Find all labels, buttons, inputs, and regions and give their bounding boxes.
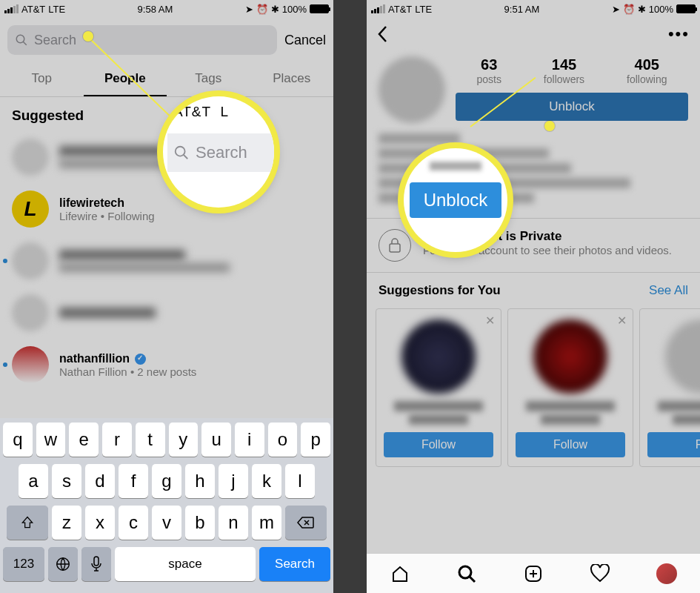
svg-point-4 <box>176 147 185 156</box>
search-key[interactable]: Search <box>259 547 330 581</box>
key[interactable]: h <box>185 464 215 498</box>
key[interactable]: v <box>152 506 181 540</box>
key[interactable]: c <box>119 506 148 540</box>
activity-heart-icon[interactable] <box>590 563 610 584</box>
battery-percent: 100% <box>282 4 307 15</box>
space-key[interactable]: space <box>115 547 256 581</box>
user-sub: Nathan Fillion • 2 new posts <box>59 365 196 378</box>
key[interactable]: w <box>36 423 66 457</box>
tab-tags[interactable]: Tags <box>167 62 250 96</box>
key[interactable]: k <box>252 464 281 498</box>
bottom-tab-bar <box>367 553 700 593</box>
key[interactable]: d <box>85 464 115 498</box>
new-indicator-dot <box>3 362 7 367</box>
profile-avatar[interactable] <box>379 56 445 123</box>
key[interactable]: b <box>185 506 215 540</box>
svg-line-8 <box>470 577 475 582</box>
avatar <box>12 346 49 383</box>
home-icon[interactable] <box>390 563 410 584</box>
numbers-key[interactable]: 123 <box>3 547 44 581</box>
key[interactable]: p <box>301 423 330 457</box>
key[interactable]: g <box>152 464 181 498</box>
carrier-label: AT&T <box>21 4 45 15</box>
key[interactable]: m <box>252 506 281 540</box>
battery-percent: 100% <box>649 4 673 15</box>
carrier-label: AT&T <box>388 4 412 15</box>
key[interactable]: t <box>136 423 165 457</box>
profile-tab-avatar[interactable] <box>656 563 677 584</box>
network-label: LTE <box>48 4 65 15</box>
suggestions-title: Suggestions for You <box>379 283 501 298</box>
key[interactable]: o <box>268 423 298 457</box>
key[interactable]: n <box>219 506 248 540</box>
callout-search-magnifier: AT&T L Search <box>163 96 274 208</box>
verified-badge-icon <box>135 354 146 365</box>
location-icon: ➤ <box>612 4 620 15</box>
key[interactable]: x <box>85 506 115 540</box>
suggestion-sub-blurred <box>541 414 600 425</box>
close-icon[interactable]: ✕ <box>485 314 495 328</box>
suggestion-card[interactable]: ✕ Fo <box>639 308 700 467</box>
stat-posts[interactable]: 63posts <box>476 56 501 85</box>
key[interactable]: r <box>102 423 132 457</box>
stat-following[interactable]: 405following <box>627 56 667 85</box>
search-icon <box>15 33 28 47</box>
back-button[interactable] <box>377 25 387 43</box>
suggestion-sub-blurred <box>673 414 700 425</box>
svg-point-0 <box>16 35 24 43</box>
follow-button[interactable]: Fo <box>647 432 700 457</box>
key[interactable]: s <box>52 464 81 498</box>
search-icon[interactable] <box>456 563 477 584</box>
tab-people[interactable]: People <box>84 62 167 96</box>
username: nathanfillion <box>59 352 130 365</box>
status-bar: AT&T LTE 9:58 AM ➤ ⏰ ✱ 100% <box>0 0 333 18</box>
phone-gap <box>333 0 367 593</box>
stat-followers[interactable]: 145followers <box>544 56 584 85</box>
key[interactable]: f <box>119 464 148 498</box>
search-placeholder: Search <box>34 33 76 48</box>
search-input[interactable]: Search <box>7 25 277 55</box>
tab-top[interactable]: Top <box>0 62 84 96</box>
status-bar: AT&T LTE 9:51 AM ➤ ⏰ ✱ 100% <box>367 0 700 18</box>
key[interactable]: l <box>285 464 315 498</box>
lock-icon <box>379 229 411 262</box>
key[interactable]: y <box>169 423 199 457</box>
add-post-icon[interactable] <box>523 563 544 584</box>
tab-places[interactable]: Places <box>250 62 334 96</box>
shift-key[interactable] <box>7 506 48 540</box>
see-all-button[interactable]: See All <box>649 283 688 298</box>
list-item[interactable] <box>0 235 333 287</box>
bluetooth-icon: ✱ <box>638 4 646 15</box>
globe-key[interactable] <box>48 547 78 581</box>
svg-line-1 <box>23 42 27 45</box>
list-item[interactable] <box>0 287 333 339</box>
nav-bar: ••• <box>367 18 700 50</box>
suggestion-name-blurred <box>526 401 615 411</box>
key[interactable]: z <box>52 506 81 540</box>
list-item[interactable]: nathanfillion Nathan Fillion • 2 new pos… <box>0 339 333 391</box>
clock: 9:51 AM <box>504 4 540 15</box>
key[interactable]: e <box>69 423 99 457</box>
more-options-button[interactable]: ••• <box>668 24 690 44</box>
avatar <box>401 319 476 394</box>
cancel-button[interactable]: Cancel <box>284 33 326 48</box>
key[interactable]: i <box>235 423 264 457</box>
key[interactable]: j <box>219 464 248 498</box>
svg-line-5 <box>184 155 188 159</box>
close-icon[interactable]: ✕ <box>617 314 627 328</box>
list-item[interactable]: L lifewiretech Lifewire • Following <box>0 183 333 235</box>
follow-button[interactable]: Follow <box>384 432 493 457</box>
suggestion-card[interactable]: ✕ Follow <box>376 308 501 467</box>
search-icon <box>173 145 190 161</box>
key[interactable]: a <box>19 464 48 498</box>
unblock-button[interactable]: Unblock <box>456 93 688 121</box>
key[interactable]: q <box>3 423 33 457</box>
follow-button[interactable]: Follow <box>516 432 625 457</box>
keyboard: q w e r t y u i o p a s d f g h j k l z … <box>0 418 333 593</box>
key[interactable]: u <box>201 423 231 457</box>
backspace-key[interactable] <box>285 506 327 540</box>
mic-key[interactable] <box>81 547 111 581</box>
suggestion-card[interactable]: ✕ Follow <box>507 308 633 467</box>
avatar <box>12 294 49 331</box>
user-sub: Lifewire • Following <box>59 210 155 222</box>
